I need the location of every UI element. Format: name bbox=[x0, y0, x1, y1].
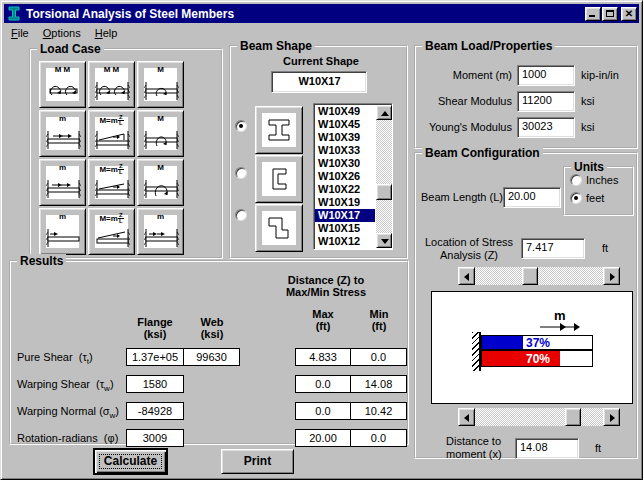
beam-length-field[interactable]: 20.00 bbox=[503, 187, 561, 208]
warping-shear-max-value: 0.0 bbox=[295, 375, 351, 393]
shape-radio-channel[interactable] bbox=[235, 167, 247, 179]
moment-distance-thumb[interactable] bbox=[565, 408, 581, 426]
beam-load-group: Beam Load/Properties Moment (m) 1000 kip… bbox=[414, 45, 638, 149]
shape-listbox[interactable]: W10X49 W10X45 W10X39 W10X33 W10X30 W10X2… bbox=[313, 103, 393, 250]
minimize-button[interactable] bbox=[585, 7, 601, 21]
channel-shape-icon bbox=[264, 164, 294, 194]
app-ibeam-icon bbox=[6, 6, 22, 21]
stress-location-bar-fill bbox=[482, 336, 523, 349]
load-case-button-12[interactable]: m bbox=[137, 208, 184, 255]
load-case-button-3[interactable]: M bbox=[137, 61, 184, 108]
load-case-12-icon bbox=[144, 225, 179, 249]
maximize-button[interactable] bbox=[602, 7, 618, 21]
scroll-up-button[interactable] bbox=[376, 105, 392, 120]
shape-button-zee[interactable] bbox=[255, 204, 303, 252]
list-item[interactable]: W10X12 bbox=[315, 235, 375, 248]
list-scrollbar[interactable] bbox=[376, 105, 392, 248]
list-item[interactable]: W10X30 bbox=[315, 157, 375, 170]
diagram-m-label: m bbox=[554, 308, 566, 323]
menu-options[interactable]: Options bbox=[36, 25, 88, 41]
shape-radio-zee[interactable] bbox=[235, 209, 247, 221]
stress-location-label-line1: Location of Stress bbox=[421, 236, 517, 248]
list-scroll-thumb[interactable] bbox=[376, 184, 392, 200]
list-item[interactable]: W10X49 bbox=[315, 105, 375, 118]
maximize-icon bbox=[606, 10, 614, 17]
load-case-button-6[interactable]: M bbox=[137, 110, 184, 157]
distance-to-moment-field[interactable]: 14.08 bbox=[515, 438, 579, 459]
list-item[interactable]: W10X26 bbox=[315, 170, 375, 183]
load-case-button-10[interactable]: m bbox=[39, 208, 86, 255]
load-case-button-7[interactable]: m bbox=[39, 159, 86, 206]
list-item[interactable]: W10X39 bbox=[315, 131, 375, 144]
warping-shear-label: Warping Shear (τw) bbox=[17, 378, 114, 393]
print-button[interactable]: Print bbox=[221, 449, 294, 474]
load-case-group-title: Load Case bbox=[37, 42, 104, 56]
moment-distance-bar: 70% bbox=[481, 350, 593, 367]
units-feet-label: feet bbox=[586, 192, 604, 204]
load-case-7-icon bbox=[46, 176, 81, 200]
list-item[interactable]: W10X22 bbox=[315, 183, 375, 196]
beam-length-label: Beam Length (L) bbox=[421, 191, 503, 203]
units-radio-feet[interactable] bbox=[570, 192, 582, 204]
flange-column-header: Flange(ksi) bbox=[125, 316, 185, 340]
list-item[interactable]: W10X45 bbox=[315, 118, 375, 131]
stress-location-thumb[interactable] bbox=[522, 267, 538, 285]
shape-button-channel[interactable] bbox=[255, 155, 303, 203]
zee-shape-icon bbox=[264, 213, 294, 243]
load-case-group: Load Case M M M M bbox=[29, 48, 223, 259]
menu-help[interactable]: Help bbox=[88, 25, 125, 41]
shape-radio-ibeam[interactable] bbox=[235, 120, 247, 132]
list-item-selected[interactable]: W10X17 bbox=[315, 209, 375, 222]
moment-distance-scrollbar[interactable] bbox=[458, 408, 620, 426]
load-case-5-icon bbox=[95, 127, 130, 151]
load-case-button-8[interactable]: M=mZL bbox=[88, 159, 135, 206]
load-case-button-4[interactable]: m bbox=[39, 110, 86, 157]
list-item[interactable]: W10X33 bbox=[315, 144, 375, 157]
stress-location-unit: ft bbox=[602, 242, 608, 254]
stress-location-field[interactable]: 7.417 bbox=[521, 238, 585, 259]
scroll-right-button[interactable] bbox=[603, 267, 620, 285]
arrow-up-icon bbox=[381, 111, 389, 116]
stress-location-scrollbar[interactable] bbox=[458, 267, 620, 285]
current-shape-field[interactable]: W10X17 bbox=[271, 71, 367, 93]
moment-unit: kip-in/in bbox=[581, 69, 619, 81]
list-item[interactable]: W10X15 bbox=[315, 222, 375, 235]
menu-file[interactable]: File bbox=[4, 25, 36, 41]
load-case-button-2[interactable]: M M bbox=[88, 61, 135, 108]
calculate-button[interactable]: Calculate bbox=[94, 449, 167, 474]
warping-normal-flange-value: -84928 bbox=[126, 402, 184, 420]
min-column-header: Min(ft) bbox=[349, 308, 409, 332]
beam-diagram-panel: m 37% 70% bbox=[431, 291, 633, 404]
load-case-button-1[interactable]: M M bbox=[39, 61, 86, 108]
beam-config-group: Beam Configuration Units Inches feet Bea… bbox=[414, 152, 638, 459]
units-inches-label: Inches bbox=[586, 174, 618, 186]
stress-location-bar: 37% bbox=[481, 335, 593, 350]
scroll-left-button[interactable] bbox=[458, 267, 475, 285]
current-shape-label: Current Shape bbox=[261, 55, 381, 67]
beam-shape-group: Beam Shape Current Shape W10X17 bbox=[229, 45, 408, 259]
moment-field[interactable]: 1000 bbox=[517, 65, 575, 86]
load-case-button-11[interactable]: M=mZL bbox=[88, 208, 135, 255]
titlebar[interactable]: Torsional Analysis of Steel Members ✕ bbox=[4, 4, 639, 23]
warping-shear-min-value: 14.08 bbox=[350, 375, 407, 393]
distance-to-moment-label-line1: Distance to bbox=[446, 435, 501, 447]
scroll-right-button[interactable] bbox=[603, 408, 620, 426]
shape-button-ibeam[interactable] bbox=[255, 106, 303, 154]
warping-normal-label: Warping Normal (σw) bbox=[17, 405, 119, 420]
load-case-button-9[interactable]: M bbox=[137, 159, 184, 206]
units-radio-inches[interactable] bbox=[570, 174, 582, 186]
shear-modulus-label: Shear Modulus bbox=[416, 95, 512, 107]
list-item[interactable]: W10X19 bbox=[315, 196, 375, 209]
ibeam-shape-icon bbox=[264, 115, 294, 145]
scroll-left-button[interactable] bbox=[458, 408, 475, 426]
scroll-down-button[interactable] bbox=[376, 233, 392, 248]
beam-shape-group-title: Beam Shape bbox=[237, 39, 315, 53]
youngs-modulus-field[interactable]: 30023 bbox=[517, 117, 575, 138]
moment-direction-arrow-icon bbox=[540, 322, 584, 332]
window-title: Torsional Analysis of Steel Members bbox=[26, 7, 585, 21]
distance-to-moment-label-line2: moment (x) bbox=[446, 448, 502, 460]
close-button[interactable]: ✕ bbox=[621, 7, 637, 21]
moment-distance-percent: 70% bbox=[526, 351, 550, 367]
load-case-button-5[interactable]: M=mZL bbox=[88, 110, 135, 157]
shear-modulus-field[interactable]: 11200 bbox=[517, 91, 575, 112]
